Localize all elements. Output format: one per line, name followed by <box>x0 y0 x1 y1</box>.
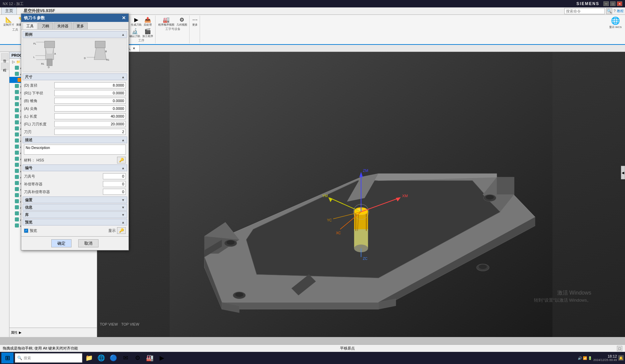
op-icon <box>15 205 19 209</box>
description-textarea[interactable]: No Description <box>24 145 126 155</box>
status-expand-button[interactable]: □ <box>617 346 622 351</box>
taskbar-search[interactable]: 🔍 搜索 <box>15 353 82 363</box>
collapse-arrow-preview: ▲ <box>121 220 125 224</box>
section-header-image[interactable]: 图例 ▲ <box>23 31 127 38</box>
view-label-right: TOP VIEW <box>121 322 139 326</box>
tool-number-label: 刀具号 <box>24 174 103 179</box>
nav-properties-btn[interactable]: 属性 <box>11 330 18 335</box>
taskbar-icon-chrome[interactable]: 🔵 <box>108 353 119 363</box>
search-input[interactable] <box>564 8 605 14</box>
help-button[interactable]: ? <box>614 9 616 13</box>
tip-label: (A) 尖角 <box>24 106 54 111</box>
watermark: 激活 Windows 转到"设置"以激活 Windows。 <box>534 289 591 304</box>
op-icon <box>15 181 19 185</box>
svg-text:D: D <box>48 66 50 68</box>
ribbon-btn-post[interactable]: 📤 后处理 <box>143 16 152 27</box>
icon-bar-prog[interactable]: 程 <box>1 63 8 70</box>
minimize-button[interactable]: ─ <box>603 1 609 6</box>
taskbar-icon-nx[interactable]: 🏭 <box>144 353 155 363</box>
register-label: 补偿寄存器 <box>24 182 103 187</box>
section-header-library[interactable]: 库 ▼ <box>23 211 127 218</box>
op-icon <box>15 66 19 70</box>
section-header-offset[interactable]: 偏置 ▼ <box>23 196 127 203</box>
tutorials-link[interactable]: 教程 <box>617 9 624 13</box>
taskbar-icon-video[interactable]: ▶ <box>157 353 167 363</box>
taskbar-icon-edge[interactable]: 🌐 <box>96 353 107 363</box>
material-label: 材料： <box>24 158 35 163</box>
op-icon <box>15 217 19 221</box>
taskbar-icon-mail[interactable]: ✉ <box>120 353 131 363</box>
maximize-button[interactable]: □ <box>610 1 616 6</box>
section-header-description[interactable]: 描述 ▲ <box>23 136 127 143</box>
ribbon-group-generate: ▶ 生成刀轨 📤 后处理 🔬 确认刀轨 🎬 加工程序 工序 <box>127 16 155 43</box>
right-panel-toggle[interactable]: ◀ <box>621 166 625 179</box>
clock-display[interactable]: 18:12 2024/12/25 89:49 <box>593 354 617 362</box>
tree-item-label: ▷ <box>12 60 15 64</box>
tab-close-icon[interactable]: ✕ <box>133 47 135 50</box>
lower-radius-input[interactable] <box>54 90 126 96</box>
taper-input[interactable] <box>54 98 126 104</box>
ribbon-btn-fit[interactable]: 📐 定制尺寸 <box>3 16 15 27</box>
ribbon-btn-verify[interactable]: 🔬 确认刀轨 <box>129 28 141 38</box>
svg-marker-63 <box>94 48 106 60</box>
section-header-number[interactable]: 编号 ▲ <box>23 164 127 171</box>
svg-point-17 <box>486 195 494 200</box>
dialog-tab-holder[interactable]: 刀柄 <box>38 23 53 29</box>
description-content: No Description 材料： HSS 🔑 <box>23 144 127 164</box>
title-bar-left: NX 12 - 加工 <box>3 1 24 6</box>
field-row-tool-number: 刀具号 <box>24 173 126 180</box>
collapse-arrow-number: ▲ <box>121 166 125 170</box>
flutes-input[interactable] <box>54 129 126 135</box>
svg-text:L: L <box>33 56 35 58</box>
preview-checkbox[interactable]: ✓ <box>24 229 28 233</box>
search-button[interactable]: 🔍 <box>606 8 612 14</box>
ribbon-btn-generate-path[interactable]: ▶ 生成刀轨 <box>130 16 142 27</box>
svg-text:R1: R1 <box>106 59 109 61</box>
dialog-tab-gripper[interactable]: 夹持器 <box>54 23 72 29</box>
ribbon-btn-simulate[interactable]: 🎬 加工程序 <box>142 28 154 38</box>
dialog-tab-more[interactable]: 更多 <box>73 23 88 29</box>
length-input[interactable] <box>54 113 126 119</box>
op-icon <box>15 90 19 94</box>
ribbon-btn-wcs[interactable]: 🌐 显示 WCS <box>608 16 622 29</box>
op-icon <box>15 157 19 161</box>
ribbon-btn-machine[interactable]: ⚙ 几何视图 <box>176 16 188 27</box>
section-header-dimensions[interactable]: 尺寸 ▲ <box>23 73 127 80</box>
dialog-body: 图例 ▲ FL L A R1 <box>21 30 129 236</box>
dialog-tab-tool[interactable]: 工具 <box>23 23 37 29</box>
register-input[interactable] <box>103 181 126 187</box>
nav-expand-btn[interactable]: ▶ <box>19 331 22 334</box>
ribbon-btn-sim-machine[interactable]: 🏭 程序顺序视图 <box>158 16 175 27</box>
section-header-preview[interactable]: 预览 ▲ <box>23 219 127 225</box>
start-button[interactable]: ⊞ <box>1 353 13 363</box>
op-icon <box>15 72 19 76</box>
flute-length-input[interactable] <box>54 121 126 127</box>
tool-register-input[interactable] <box>103 189 126 195</box>
op-icon <box>15 108 19 112</box>
notification-button[interactable]: 🔔 <box>618 355 624 361</box>
icon-bar-nav[interactable]: 导 <box>1 53 8 61</box>
menu-home[interactable]: 主页 <box>1 7 17 15</box>
field-row-tip: (A) 尖角 <box>24 105 126 112</box>
diameter-input[interactable] <box>54 82 126 88</box>
tip-input[interactable] <box>54 105 126 112</box>
number-content: 刀具号 补偿寄存器 刀具补偿寄存器 <box>23 172 127 196</box>
taskbar-icon-settings[interactable]: ⚙ <box>132 353 143 363</box>
tool-illustration-area: FL L A R1 D B D R1 <box>23 38 127 72</box>
op-icon <box>15 126 19 130</box>
close-button[interactable]: ✕ <box>617 1 622 6</box>
tool-number-input[interactable] <box>103 173 126 179</box>
dialog-close-button[interactable]: ✕ <box>122 15 126 21</box>
preview-display-button[interactable]: 🔑 <box>117 227 126 234</box>
cancel-button[interactable]: 取消 <box>78 239 98 247</box>
taskbar-icon-explorer[interactable]: 📁 <box>84 353 94 363</box>
ok-button[interactable]: 确定 <box>51 239 72 247</box>
op-icon <box>15 114 19 118</box>
op-icon <box>15 193 19 197</box>
section-header-info[interactable]: 信息 ▼ <box>23 204 127 211</box>
material-select-button[interactable]: 🔑 <box>117 157 126 163</box>
lower-radius-label: (R1) 下半径 <box>24 91 54 96</box>
collapse-arrow-desc: ▲ <box>121 138 125 142</box>
ribbon-btn-more[interactable]: ⋯ 更多 <box>192 16 198 27</box>
system-tray: 🔊 📶 🔋 18:12 2024/12/25 89:49 🔔 <box>578 354 624 362</box>
